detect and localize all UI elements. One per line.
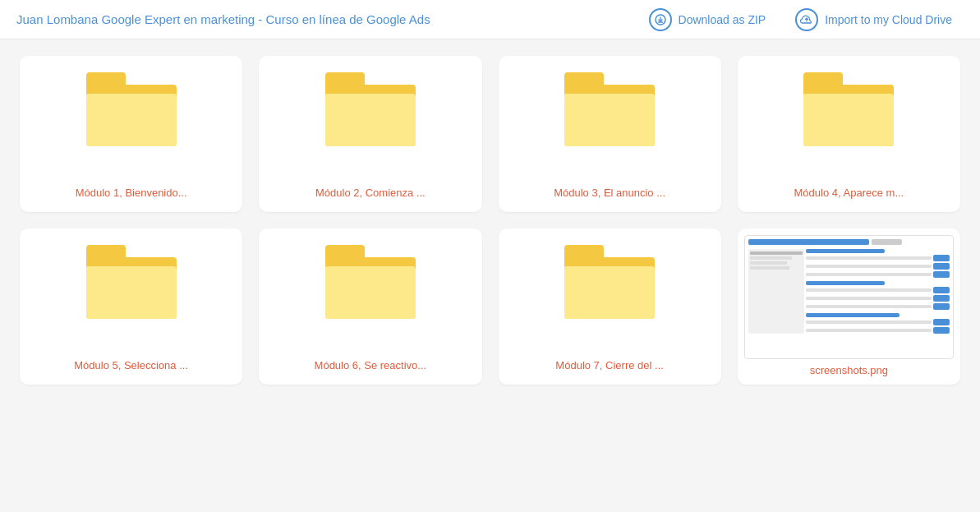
import-cloud-label: Import to my Cloud Drive <box>825 13 952 26</box>
import-cloud-button[interactable]: Import to my Cloud Drive <box>784 3 964 36</box>
folder-icon-7 <box>564 245 655 319</box>
folder-icon-2 <box>325 72 416 146</box>
file-label-screenshot: screenshots.png <box>810 364 888 378</box>
folder-label-6: Módulo 6, Se reactivo... <box>315 359 427 373</box>
file-grid: Módulo 1, Bienvenido... Módulo 2, Comien… <box>20 56 960 385</box>
folder-icon-6 <box>325 245 416 319</box>
folder-label-2: Módulo 2, Comienza ... <box>315 187 426 201</box>
folder-item-1[interactable]: Módulo 1, Bienvenido... <box>20 56 242 212</box>
download-icon <box>649 8 672 31</box>
folder-item-5[interactable]: Módulo 5, Selecciona ... <box>20 228 242 385</box>
header: Juan Lombana Google Expert en marketing … <box>0 0 980 39</box>
folder-item-6[interactable]: Módulo 6, Se reactivo... <box>259 228 481 385</box>
folder-icon-4 <box>803 72 894 146</box>
download-zip-button[interactable]: Download as ZIP <box>637 3 778 36</box>
cloud-icon <box>795 8 818 31</box>
screenshot-preview <box>744 235 954 359</box>
folder-item-2[interactable]: Módulo 2, Comienza ... <box>259 56 481 212</box>
folder-label-4: Módulo 4, Aparece m... <box>794 187 904 201</box>
folder-label-3: Módulo 3, El anuncio ... <box>554 187 665 201</box>
folder-label-1: Módulo 1, Bienvenido... <box>76 187 187 201</box>
download-zip-label: Download as ZIP <box>679 13 766 26</box>
folder-icon-1 <box>86 72 177 146</box>
main-content: Módulo 1, Bienvenido... Módulo 2, Comien… <box>0 39 980 512</box>
folder-item-7[interactable]: Módulo 7, Cierre del ... <box>499 228 721 385</box>
folder-item-3[interactable]: Módulo 3, El anuncio ... <box>499 56 721 212</box>
folder-label-5: Módulo 5, Selecciona ... <box>74 359 188 373</box>
folder-label-7: Módulo 7, Cierre del ... <box>555 359 664 373</box>
page-title: Juan Lombana Google Expert en marketing … <box>16 12 430 26</box>
folder-icon-3 <box>564 72 655 146</box>
header-actions: Download as ZIP Import to my Cloud Drive <box>637 3 964 36</box>
folder-icon-5 <box>86 245 177 319</box>
folder-item-4[interactable]: Módulo 4, Aparece m... <box>738 56 960 212</box>
file-item-screenshot[interactable]: screenshots.png <box>738 228 960 385</box>
